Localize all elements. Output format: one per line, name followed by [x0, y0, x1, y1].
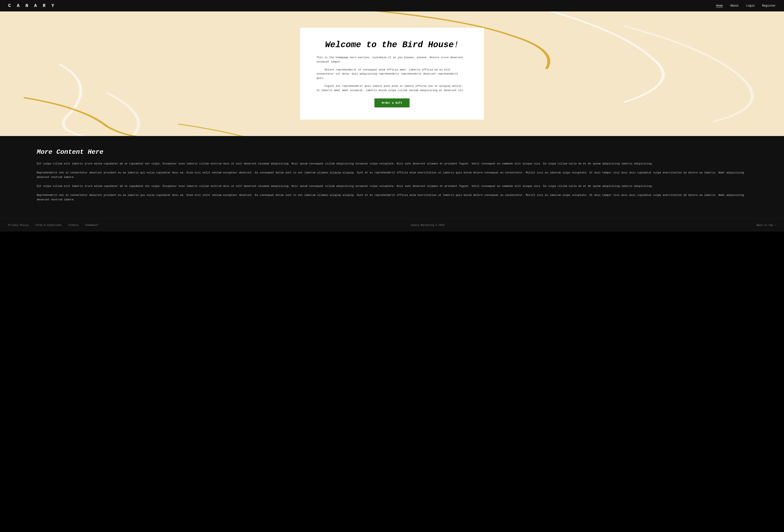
- nav-home[interactable]: Home: [716, 4, 723, 7]
- hero-card: Welcome to the Bird House! This is the h…: [300, 28, 484, 120]
- hero-para-2: Fugiat est reprehenderit quis labore aut…: [316, 84, 468, 93]
- footer-terms[interactable]: Terms & Conditions: [35, 224, 62, 227]
- content-para-1: Sit culpa cillum elit laboris irure mini…: [37, 162, 747, 166]
- footer-back-to-top: Back to top ↑: [757, 224, 776, 227]
- nav-logo: C A N A R Y: [8, 3, 56, 8]
- nav-register[interactable]: Register: [762, 4, 776, 7]
- nav-links: Home About Login Register: [716, 4, 776, 7]
- content-title: More Content Here: [37, 148, 747, 156]
- footer-privacy[interactable]: Privacy Policy: [8, 224, 29, 227]
- footer-copyright: Canary Marketing © 2023: [411, 224, 445, 227]
- hero-section: Welcome to the Bird House! This is the h…: [0, 11, 784, 136]
- back-to-top-link[interactable]: Back to top ↑: [757, 224, 776, 227]
- nav-about[interactable]: About: [730, 4, 739, 7]
- hero-para-1: Dolore reprehenderit ut consequat anim o…: [316, 68, 468, 81]
- footer-credits[interactable]: Credits: [68, 224, 78, 227]
- hero-btn-wrap: Order a Gift: [316, 99, 468, 107]
- navbar: C A N A R Y Home About Login Register: [0, 0, 784, 11]
- nav-login[interactable]: Login: [746, 4, 755, 7]
- hero-title: Welcome to the Bird House!: [316, 40, 468, 50]
- footer: Privacy Policy Terms & Conditions Credit…: [0, 219, 784, 231]
- order-gift-button[interactable]: Order a Gift: [374, 99, 410, 107]
- content-para-2: Reprehenderit non in consectetur deserun…: [37, 170, 747, 179]
- content-para-3: Sit culpa cillum elit laboris irure mini…: [37, 184, 747, 189]
- content-para-4: Reprehenderit non in consectetur deserun…: [37, 193, 747, 202]
- content-section: More Content Here Sit culpa cillum elit …: [0, 136, 784, 219]
- hero-intro: This is the homepage hero section, custo…: [316, 56, 468, 64]
- footer-feedback[interactable]: Feedback?: [85, 224, 99, 227]
- footer-left: Privacy Policy Terms & Conditions Credit…: [8, 224, 99, 227]
